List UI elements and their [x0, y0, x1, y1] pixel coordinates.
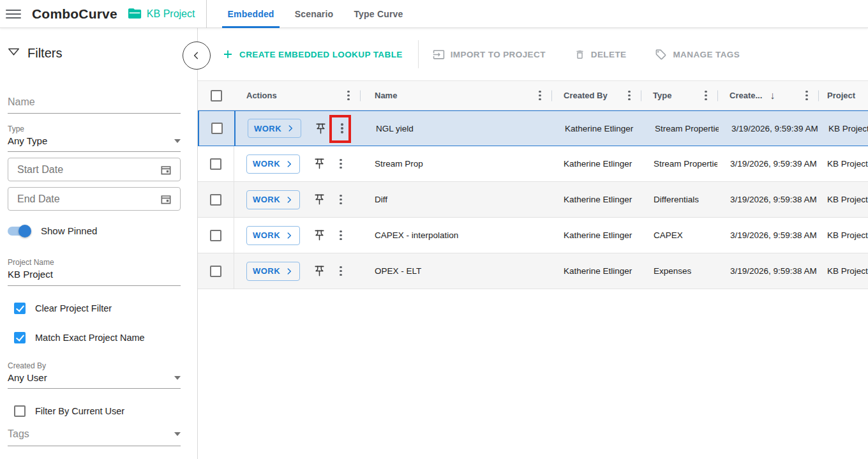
match-exact-project-name-checkbox-row[interactable]: Match Exact Project Name — [8, 332, 181, 343]
table-header: Actions Name Created By Type Create... ↓ — [198, 80, 868, 110]
row-created-at-cell: 3/19/2026, 9:59:38 AM — [717, 253, 818, 289]
row-checkbox[interactable] — [210, 194, 221, 206]
sort-desc-icon[interactable]: ↓ — [770, 90, 775, 102]
filter-by-current-user-checkbox[interactable] — [14, 405, 26, 417]
pin-icon[interactable] — [313, 157, 326, 171]
project-breadcrumb-label: KB Project — [147, 8, 195, 20]
row-created-at-cell: 3/19/2026, 9:59:39 AM — [717, 146, 818, 181]
row-type-cell: CAPEX — [641, 218, 717, 253]
created-by-select[interactable]: Any User — [8, 370, 181, 389]
row-actions-cell: WORK — [234, 182, 360, 217]
create-embedded-lookup-table-button[interactable]: CREATE EMBEDDED LOOKUP TABLE — [222, 49, 403, 60]
topbar-divider — [206, 0, 207, 28]
column-menu-icon[interactable] — [344, 88, 353, 103]
row-created-by-cell: Katherine Etlinger — [551, 182, 641, 217]
row-menu-icon[interactable] — [336, 192, 345, 207]
clear-project-filter-checkbox-row[interactable]: Clear Project Filter — [8, 303, 181, 314]
column-menu-icon[interactable] — [625, 88, 634, 103]
chevron-down-icon — [174, 139, 181, 143]
type-filter-select[interactable]: Any Type — [8, 133, 181, 152]
tag-icon — [655, 49, 667, 61]
row-created-by-cell: Katherine Etlinger — [553, 111, 642, 146]
row-menu-icon[interactable] — [338, 121, 347, 136]
tab-type-curve[interactable]: Type Curve — [343, 0, 413, 28]
filters-header: Filters — [8, 46, 181, 61]
project-name-label: Project Name — [8, 258, 181, 267]
select-all-checkbox[interactable] — [211, 90, 222, 102]
column-menu-icon[interactable] — [701, 88, 710, 103]
work-button[interactable]: WORK — [246, 190, 300, 209]
created-by-label: Created By — [8, 361, 181, 370]
column-menu-icon[interactable] — [802, 88, 811, 103]
column-header-type[interactable]: Type — [641, 81, 717, 110]
delete-button[interactable]: DELETE — [574, 49, 627, 61]
match-exact-project-name-checkbox[interactable] — [14, 332, 26, 343]
hamburger-menu-icon[interactable] — [6, 6, 21, 22]
app-logo: ComboCurve — [32, 6, 117, 22]
tab-embedded[interactable]: Embedded — [217, 0, 284, 28]
pin-icon[interactable] — [313, 264, 326, 278]
table-body: WORK NGL yield Katherine Etlinger Stream — [198, 110, 868, 289]
column-header-project[interactable]: Project — [818, 81, 868, 110]
work-button[interactable]: WORK — [248, 119, 301, 138]
name-filter-input[interactable]: Name — [8, 96, 181, 114]
row-checkbox[interactable] — [210, 230, 221, 241]
work-button[interactable]: WORK — [246, 262, 300, 281]
end-date-input[interactable]: End Date — [8, 187, 181, 211]
column-header-actions[interactable]: Actions — [234, 81, 360, 110]
chevron-down-icon — [174, 376, 181, 380]
row-checkbox-cell — [198, 218, 234, 253]
column-header-name[interactable]: Name — [360, 81, 551, 110]
project-name-input[interactable]: KB Project — [8, 267, 181, 286]
tags-filter-select[interactable]: Tags — [8, 428, 181, 446]
row-type-cell: Stream Properties — [641, 146, 717, 181]
collapse-sidebar-button[interactable] — [183, 41, 211, 70]
table-row[interactable]: WORK Diff Katherine Etlinger Differentia… — [198, 182, 868, 218]
clear-project-filter-checkbox[interactable] — [14, 303, 26, 314]
row-menu-icon[interactable] — [336, 156, 345, 172]
show-pinned-toggle[interactable] — [8, 227, 29, 236]
column-header-created-at[interactable]: Create... ↓ — [717, 81, 818, 110]
filter-by-current-user-label: Filter By Current User — [35, 406, 124, 416]
filters-title: Filters — [27, 46, 62, 61]
tags-filter-placeholder: Tags — [8, 428, 29, 440]
table-row[interactable]: WORK NGL yield Katherine Etlinger Stream — [198, 110, 868, 146]
pin-icon[interactable] — [314, 121, 327, 135]
project-breadcrumb[interactable]: KB Project — [128, 8, 195, 20]
chevron-down-icon — [174, 432, 181, 436]
table-row[interactable]: WORK Stream Prop Katherine Etlinger Stre… — [198, 146, 868, 182]
table-row[interactable]: WORK OPEX - ELT Katherine Etlinger Expen… — [198, 253, 868, 289]
row-menu-icon[interactable] — [336, 228, 345, 243]
row-type-cell: Expenses — [641, 253, 717, 289]
row-name-cell: NGL yield — [361, 111, 553, 146]
row-checkbox-cell — [198, 146, 234, 181]
main-content: CREATE EMBEDDED LOOKUP TABLE IMPORT TO P… — [198, 28, 868, 459]
pin-icon[interactable] — [313, 193, 326, 207]
type-filter-label: Type — [8, 124, 181, 133]
row-actions-cell: WORK — [234, 146, 360, 181]
pin-icon[interactable] — [313, 229, 326, 243]
column-menu-icon[interactable] — [535, 88, 544, 103]
row-project-cell: KB Project — [818, 146, 868, 181]
manage-tags-button[interactable]: MANAGE TAGS — [655, 49, 740, 61]
row-menu-icon[interactable] — [336, 264, 345, 279]
column-header-created-by[interactable]: Created By — [551, 81, 641, 110]
top-bar: ComboCurve KB Project Embedded Scenario … — [0, 0, 868, 28]
plus-icon — [222, 49, 234, 60]
project-name-value: KB Project — [8, 269, 53, 280]
calendar-icon[interactable] — [160, 163, 172, 176]
table-row[interactable]: WORK CAPEX - interpolation Katherine Etl… — [198, 218, 868, 253]
row-actions-cell: WORK — [236, 111, 361, 146]
filter-by-current-user-checkbox-row[interactable]: Filter By Current User — [8, 405, 181, 417]
row-checkbox[interactable] — [210, 158, 221, 170]
row-checkbox[interactable] — [211, 123, 223, 134]
import-to-project-button[interactable]: IMPORT TO PROJECT — [433, 49, 546, 61]
row-created-by-cell: Katherine Etlinger — [551, 218, 641, 253]
start-date-input[interactable]: Start Date — [8, 158, 181, 181]
row-checkbox[interactable] — [210, 266, 221, 277]
work-button[interactable]: WORK — [246, 154, 300, 174]
tab-scenario[interactable]: Scenario — [285, 0, 344, 28]
calendar-icon[interactable] — [160, 193, 172, 206]
import-icon — [433, 49, 445, 61]
work-button[interactable]: WORK — [246, 226, 300, 245]
